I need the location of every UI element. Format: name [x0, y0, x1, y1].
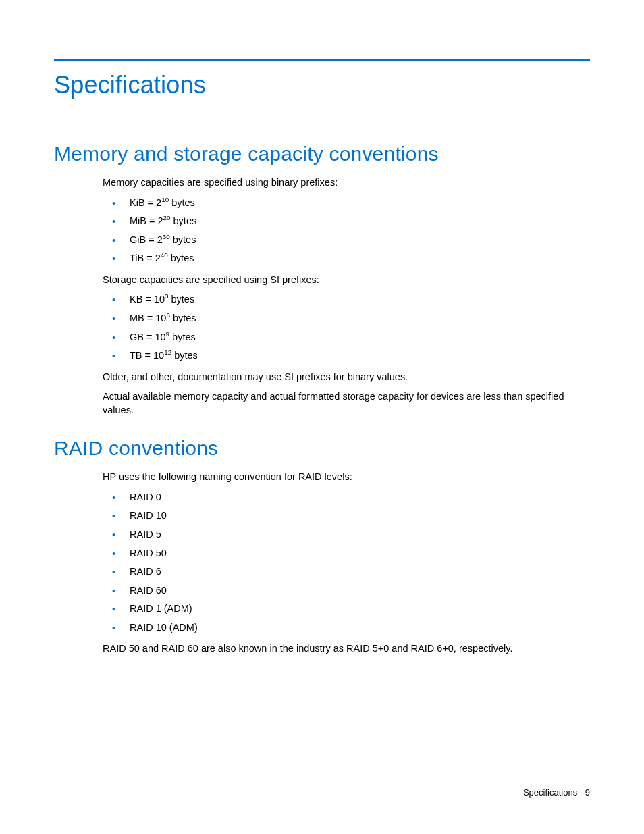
- exponent: 12: [164, 348, 171, 356]
- page-footer: Specifications 9: [523, 787, 590, 798]
- footer-page-number: 9: [585, 787, 590, 798]
- unit-suffix: bytes: [168, 294, 194, 305]
- unit-label: MiB = 2: [130, 215, 163, 226]
- si-intro: Storage capacities are specified using S…: [103, 273, 585, 287]
- list-item: GiB = 230 bytes: [103, 234, 585, 247]
- list-item: RAID 60: [103, 584, 585, 598]
- list-item: MB = 106 bytes: [103, 312, 585, 325]
- list-item: MiB = 220 bytes: [103, 215, 585, 228]
- unit-suffix: bytes: [170, 234, 196, 245]
- exponent: 10: [161, 196, 169, 203]
- unit-label: GiB = 2: [130, 234, 163, 245]
- memory-note-1: Older, and other, documentation may use …: [103, 371, 585, 384]
- list-item: RAID 1 (ADM): [103, 602, 585, 616]
- raid-level-list: RAID 0RAID 10RAID 5RAID 50RAID 6RAID 60R…: [103, 491, 585, 635]
- list-item: KiB = 210 bytes: [103, 197, 585, 210]
- list-item: RAID 6: [103, 565, 585, 579]
- unit-label: TB = 10: [130, 350, 164, 361]
- section-heading-raid: RAID conventions: [54, 437, 590, 460]
- unit-suffix: bytes: [169, 332, 196, 342]
- unit-suffix: bytes: [171, 215, 197, 226]
- list-item: RAID 10 (ADM): [103, 621, 585, 635]
- unit-suffix: bytes: [169, 197, 195, 208]
- unit-label: KiB = 2: [130, 197, 161, 208]
- footer-label: Specifications: [523, 787, 577, 798]
- exponent: 20: [163, 214, 171, 221]
- binary-prefix-list: KiB = 210 bytesMiB = 220 bytesGiB = 230 …: [103, 197, 585, 265]
- section2-body: HP uses the following naming convention …: [103, 471, 585, 656]
- section1-body: Memory capacities are specified using bi…: [103, 176, 585, 417]
- list-item: TiB = 240 bytes: [103, 252, 585, 265]
- unit-label: MB = 10: [130, 313, 166, 323]
- raid-closing: RAID 50 and RAID 60 are also known in th…: [103, 642, 585, 656]
- list-item: RAID 0: [103, 491, 585, 504]
- page-title: Specifications: [54, 71, 590, 99]
- list-item: RAID 50: [103, 547, 585, 561]
- unit-suffix: bytes: [168, 253, 194, 263]
- unit-suffix: bytes: [170, 313, 196, 323]
- list-item: TB = 1012 bytes: [103, 349, 585, 363]
- list-item: RAID 10: [103, 509, 585, 523]
- raid-intro: HP uses the following naming convention …: [103, 471, 585, 484]
- exponent: 30: [163, 233, 170, 240]
- memory-note-2: Actual available memory capacity and act…: [103, 390, 585, 417]
- list-item: GB = 109 bytes: [103, 331, 585, 344]
- exponent: 40: [161, 251, 168, 259]
- list-item: KB = 103 bytes: [103, 293, 585, 307]
- unit-label: GB = 10: [130, 332, 166, 342]
- list-item: RAID 5: [103, 528, 585, 542]
- header-rule: [54, 59, 590, 61]
- unit-suffix: bytes: [171, 350, 198, 361]
- page-content: Specifications Memory and storage capaci…: [0, 0, 644, 656]
- section-heading-memory: Memory and storage capacity conventions: [54, 142, 590, 165]
- si-prefix-list: KB = 103 bytesMB = 106 bytesGB = 109 byt…: [103, 293, 585, 362]
- memory-intro: Memory capacities are specified using bi…: [103, 176, 585, 190]
- unit-label: TiB = 2: [130, 253, 161, 263]
- unit-label: KB = 10: [130, 294, 165, 305]
